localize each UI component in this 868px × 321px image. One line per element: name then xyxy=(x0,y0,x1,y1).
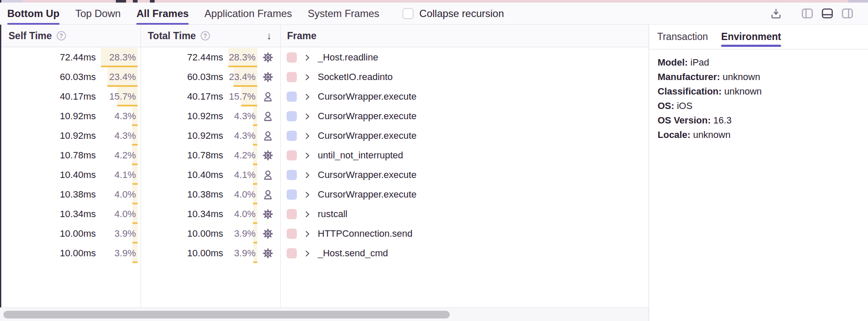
horizontal-scrollbar-track[interactable] xyxy=(0,307,649,321)
self-percent-value: 3.9% xyxy=(115,228,138,239)
expand-chevron-icon[interactable] xyxy=(303,53,312,62)
view-tab-system-frames[interactable]: System Frames xyxy=(308,3,379,24)
total-time-cell: 10.92ms 4.3% xyxy=(141,106,280,126)
frame-color-swatch xyxy=(287,131,297,141)
total-percent-value: 4.3% xyxy=(234,130,257,141)
self-time-value: 10.00ms xyxy=(60,228,96,239)
total-time-value: 10.38ms xyxy=(187,189,223,200)
table-row[interactable]: 10.40ms 4.1% 10.40ms 4.1% xyxy=(0,165,649,185)
frame-name: rustcall xyxy=(318,209,348,220)
expand-chevron-icon[interactable] xyxy=(303,151,312,160)
field-label: OS: xyxy=(658,100,677,111)
details-panel: TransactionEnvironment Model: iPad Manuf… xyxy=(649,25,868,321)
horizontal-scrollbar-thumb[interactable] xyxy=(3,311,450,318)
main-split: Self Time ? Total Time ? ↓ Frame 72.44ms… xyxy=(0,25,868,321)
total-time-header-label: Total Time xyxy=(148,30,196,42)
view-tab-top-down[interactable]: Top Down xyxy=(75,3,121,24)
table-row[interactable]: 40.17ms 15.7% 40.17ms 15.7% xyxy=(0,87,649,106)
table-row[interactable]: 10.34ms 4.0% 10.34ms 4.0% xyxy=(0,204,649,224)
total-percent-cell: 28.3% xyxy=(228,48,257,67)
view-tab-application-frames[interactable]: Application Frames xyxy=(204,3,292,24)
frame-color-swatch xyxy=(287,92,297,102)
help-icon[interactable]: ? xyxy=(201,31,210,40)
total-percent-cell: 4.0% xyxy=(228,185,257,204)
self-percent-value: 15.7% xyxy=(109,91,138,102)
frame-color-swatch xyxy=(287,72,297,82)
field-label: Locale: xyxy=(658,129,693,140)
self-time-cell: 60.03ms 23.4% xyxy=(0,67,141,87)
self-time-column-header[interactable]: Self Time ? xyxy=(0,25,141,47)
frame-column-header[interactable]: Frame xyxy=(280,25,649,47)
total-percent-cell: 3.9% xyxy=(228,244,257,263)
self-percent-cell: 4.0% xyxy=(101,204,138,224)
total-percent-cell: 23.4% xyxy=(228,67,257,87)
table-row[interactable]: 10.00ms 3.9% 10.00ms 3.9% xyxy=(0,224,649,244)
gear-icon xyxy=(262,71,275,83)
view-tab-bottom-up[interactable]: Bottom Up xyxy=(7,3,60,24)
field-value: unknown xyxy=(724,86,762,97)
self-time-value: 10.38ms xyxy=(60,189,96,200)
expand-chevron-icon[interactable] xyxy=(303,73,312,82)
table-row[interactable]: 60.03ms 23.4% 60.03ms 23.4% xyxy=(0,67,649,87)
self-percent-cell: 23.4% xyxy=(101,67,138,87)
download-icon[interactable] xyxy=(770,7,782,20)
panel-bottom-icon[interactable] xyxy=(821,7,834,20)
collapse-recursion-label: Collapse recursion xyxy=(420,8,504,20)
total-percent-cell: 4.0% xyxy=(228,204,257,224)
environment-field: Manufacturer: unknown xyxy=(658,70,859,84)
column-divider xyxy=(141,25,141,307)
frame-name: CursorWrapper.execute xyxy=(318,130,417,141)
view-tab-all-frames[interactable]: All Frames xyxy=(136,3,189,24)
help-icon[interactable]: ? xyxy=(57,31,66,40)
field-label: Model: xyxy=(658,57,690,68)
user-icon xyxy=(262,91,275,103)
self-time-cell: 10.92ms 4.3% xyxy=(0,106,141,126)
frame-color-swatch xyxy=(287,170,297,180)
gear-icon xyxy=(262,228,275,240)
total-percent-value: 4.0% xyxy=(234,209,257,220)
table-row[interactable]: 10.38ms 4.0% 10.38ms 4.0% xyxy=(0,185,649,204)
frame-name: SocketIO.readinto xyxy=(318,72,393,83)
frame-name: _Host.readline xyxy=(318,52,378,63)
panel-left-icon[interactable] xyxy=(801,7,813,20)
details-tab-environment[interactable]: Environment xyxy=(721,25,781,49)
details-tab-transaction[interactable]: Transaction xyxy=(657,25,708,49)
expand-chevron-icon[interactable] xyxy=(303,112,312,121)
self-percent-value: 4.3% xyxy=(115,130,138,141)
total-percent-cell: 4.3% xyxy=(228,106,257,126)
frame-name: _Host.send_cmd xyxy=(318,248,388,259)
frames-table: Self Time ? Total Time ? ↓ Frame 72.44ms… xyxy=(0,25,649,321)
frame-cell: _Host.send_cmd xyxy=(280,244,649,263)
frame-color-swatch xyxy=(287,248,297,258)
table-row[interactable]: 10.92ms 4.3% 10.92ms 4.3% xyxy=(0,126,649,146)
total-time-value: 10.92ms xyxy=(187,111,223,122)
frame-color-swatch xyxy=(287,189,297,200)
total-time-column-header[interactable]: Total Time ? ↓ xyxy=(141,25,280,47)
self-percent-cell: 4.3% xyxy=(101,106,138,126)
expand-chevron-icon[interactable] xyxy=(303,229,312,238)
self-percent-value: 4.0% xyxy=(115,209,138,220)
frame-cell: until_not_interrupted xyxy=(280,146,649,165)
table-row[interactable]: 72.44ms 28.3% 72.44ms 28.3% xyxy=(0,48,649,67)
table-row[interactable]: 10.00ms 3.9% 10.00ms 3.9% xyxy=(0,244,649,263)
panel-right-icon[interactable] xyxy=(841,7,854,20)
self-time-value: 60.03ms xyxy=(60,72,96,83)
expand-chevron-icon[interactable] xyxy=(303,190,312,199)
expand-chevron-icon[interactable] xyxy=(303,92,312,101)
environment-field: Model: iPad xyxy=(658,55,859,70)
self-time-value: 40.17ms xyxy=(60,91,96,102)
collapse-recursion-checkbox[interactable] xyxy=(402,8,414,19)
expand-chevron-icon[interactable] xyxy=(303,249,312,258)
expand-chevron-icon[interactable] xyxy=(303,132,312,140)
expand-chevron-icon[interactable] xyxy=(303,210,312,219)
table-row[interactable]: 10.78ms 4.2% 10.78ms 4.2% xyxy=(0,146,649,165)
self-time-cell: 40.17ms 15.7% xyxy=(0,87,141,106)
total-percent-value: 4.1% xyxy=(234,169,257,181)
frame-color-swatch xyxy=(287,229,297,239)
table-row[interactable]: 10.92ms 4.3% 10.92ms 4.3% xyxy=(0,106,649,126)
expand-chevron-icon[interactable] xyxy=(303,171,312,180)
environment-details: Model: iPad Manufacturer: unknown Classi… xyxy=(649,49,868,148)
self-percent-value: 4.2% xyxy=(115,150,138,161)
profiler-view: Bottom UpTop DownAll FramesApplication F… xyxy=(0,0,868,321)
frame-cell: CursorWrapper.execute xyxy=(280,165,649,185)
